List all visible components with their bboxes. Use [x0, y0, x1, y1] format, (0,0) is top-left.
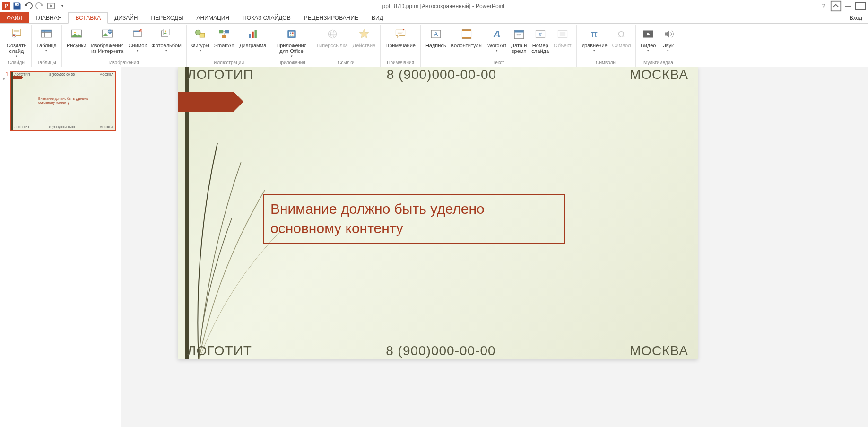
ribbon-tabs: ФАЙЛ ГЛАВНАЯ ВСТАВКА ДИЗАЙН ПЕРЕХОДЫ АНИ… [0, 12, 868, 24]
new-slide-icon [9, 26, 24, 42]
svg-rect-2 [856, 2, 865, 10]
comment-button[interactable]: Примечание [383, 26, 417, 49]
header-footer-icon [459, 26, 474, 42]
tab-file[interactable]: ФАЙЛ [0, 12, 29, 23]
hyperlink-icon [325, 26, 340, 42]
footer-phone[interactable]: 8 (900)000-00-00 [386, 343, 495, 358]
quick-access-toolbar: P ▾ [0, 1, 69, 11]
tab-animation[interactable]: АНИМАЦИЯ [190, 12, 236, 23]
ribbon-display-button[interactable] [830, 1, 842, 11]
signin-link[interactable]: Вход [844, 12, 868, 23]
svg-point-17 [165, 31, 166, 32]
group-media: Видео ▾ Звук ▾ Мультимедиа [636, 25, 680, 67]
svg-rect-37 [462, 29, 471, 31]
maximize-button[interactable] [855, 1, 866, 11]
audio-button[interactable]: Звук ▾ [659, 26, 677, 53]
group-illustrations: Фигуры ▾ SmartArt Диаграмма Иллюстрации [187, 25, 272, 67]
footer-logo[interactable]: ЛОГОТИТ [187, 343, 252, 358]
chevron-down-icon: ▾ [200, 49, 201, 52]
textbox-button[interactable]: A Надпись [424, 26, 448, 49]
svg-rect-22 [222, 35, 226, 38]
object-button: Объект [552, 26, 573, 49]
slide-1[interactable]: ЛОГОТИП 8 (900)000-00-00 МОСКВА Внимание… [178, 67, 698, 359]
chevron-down-icon: ▾ [165, 49, 167, 52]
titlebar: P ▾ pptE87D.pptm [Автосохраненный] - Pow… [0, 0, 868, 12]
start-from-beginning-button[interactable] [46, 1, 56, 11]
date-time-button[interactable]: Дата и время [509, 26, 529, 55]
window-title: pptE87D.pptm [Автосохраненный] - PowerPo… [69, 3, 818, 9]
chevron-down-icon: ▾ [496, 49, 498, 52]
minimize-button[interactable]: — [842, 1, 854, 11]
header-city[interactable]: МОСКВА [630, 67, 688, 86]
group-text: A Надпись Колонтитулы A WordArt ▾ Дата и… [421, 25, 577, 67]
screenshot-icon [130, 26, 145, 42]
chevron-down-icon: ▾ [667, 49, 669, 52]
tab-insert[interactable]: ВСТАВКА [68, 12, 108, 24]
qat-dropdown[interactable]: ▾ [58, 1, 67, 11]
apps-for-office-button[interactable]: Приложения для Office ▾ [274, 26, 308, 59]
animation-indicator-icon[interactable]: * [3, 78, 9, 83]
audio-icon [660, 26, 676, 42]
wordart-button[interactable]: A WordArt ▾ [486, 26, 508, 53]
new-slide-button[interactable]: Создать слайд ▾ [5, 26, 28, 59]
datetime-icon [512, 26, 527, 42]
app-icon: P [2, 2, 10, 10]
save-button[interactable] [12, 1, 22, 11]
picture-icon [69, 26, 84, 42]
group-links: Гиперссылка Действие Ссылки [312, 25, 381, 67]
tab-view[interactable]: ВИД [365, 12, 390, 23]
tab-review[interactable]: РЕЦЕНЗИРОВАНИЕ [297, 12, 365, 23]
footer-city[interactable]: МОСКВА [630, 343, 688, 358]
object-icon [555, 26, 570, 42]
svg-rect-29 [292, 33, 293, 34]
hyperlink-button: Гиперссылка [315, 26, 350, 49]
svg-rect-30 [290, 35, 291, 36]
chart-button[interactable]: Диаграмма [237, 26, 268, 49]
svg-text:π: π [591, 28, 598, 39]
action-icon [356, 26, 372, 42]
tab-slideshow[interactable]: ПОКАЗ СЛАЙДОВ [236, 12, 297, 23]
equation-button[interactable]: π Уравнение ▾ [580, 26, 609, 53]
slide-thumbnail-1[interactable]: ЛОГОТИП 8 (900)000-00-00 МОСКВА Внимание… [10, 71, 116, 131]
wordart-icon: A [489, 26, 504, 42]
video-button[interactable]: Видео ▾ [639, 26, 658, 53]
svg-rect-45 [560, 32, 565, 36]
chevron-down-icon: ▾ [137, 49, 139, 52]
action-button: Действие [351, 26, 377, 49]
shapes-button[interactable]: Фигуры ▾ [190, 26, 211, 53]
slide-thumbnail-panel: 1 * ЛОГОТИП 8 (900)000-00-00 МОСКВА Вним… [0, 67, 121, 427]
svg-rect-21 [225, 30, 229, 33]
ribbon: Создать слайд ▾ Слайды Таблица ▾ Таблицы… [0, 24, 868, 67]
help-button[interactable]: ? [818, 1, 829, 11]
header-logo[interactable]: ЛОГОТИП [187, 67, 253, 86]
table-button[interactable]: Таблица ▾ [35, 26, 59, 53]
content-textbox[interactable]: Внимание должно быть уделено основному к… [263, 194, 565, 244]
window-controls: ? — [818, 1, 868, 11]
screenshot-button[interactable]: Снимок ▾ [127, 26, 149, 53]
pictures-button[interactable]: Рисунки [65, 26, 88, 49]
textbox-icon: A [428, 26, 443, 42]
svg-rect-31 [292, 35, 293, 36]
redo-button[interactable] [35, 1, 44, 11]
tab-design[interactable]: ДИЗАЙН [108, 12, 144, 23]
svg-rect-4 [14, 30, 19, 32]
chevron-down-icon: ▾ [45, 49, 47, 52]
svg-text:A: A [434, 31, 438, 37]
svg-rect-20 [219, 30, 224, 33]
chevron-down-icon: ▾ [647, 49, 649, 52]
header-phone[interactable]: 8 (900)000-00-00 [387, 67, 496, 86]
undo-button[interactable] [24, 1, 33, 11]
tab-transitions[interactable]: ПЕРЕХОДЫ [145, 12, 190, 23]
table-icon [39, 26, 54, 42]
online-pictures-icon [100, 26, 115, 42]
tab-home[interactable]: ГЛАВНАЯ [29, 12, 68, 23]
online-pictures-button[interactable]: Изображения из Интернета [89, 26, 125, 55]
slide-canvas-area[interactable]: ЛОГОТИП 8 (900)000-00-00 МОСКВА Внимание… [121, 67, 868, 427]
svg-rect-28 [290, 33, 291, 34]
chart-icon [245, 26, 260, 42]
header-footer-button[interactable]: Колонтитулы [449, 26, 485, 49]
slide-footer: ЛОГОТИТ 8 (900)000-00-00 МОСКВА [178, 343, 698, 359]
smartart-button[interactable]: SmartArt [212, 26, 236, 49]
slide-number-button[interactable]: # Номер слайда [529, 26, 551, 55]
photo-album-button[interactable]: Фотоальбом ▾ [149, 26, 183, 53]
